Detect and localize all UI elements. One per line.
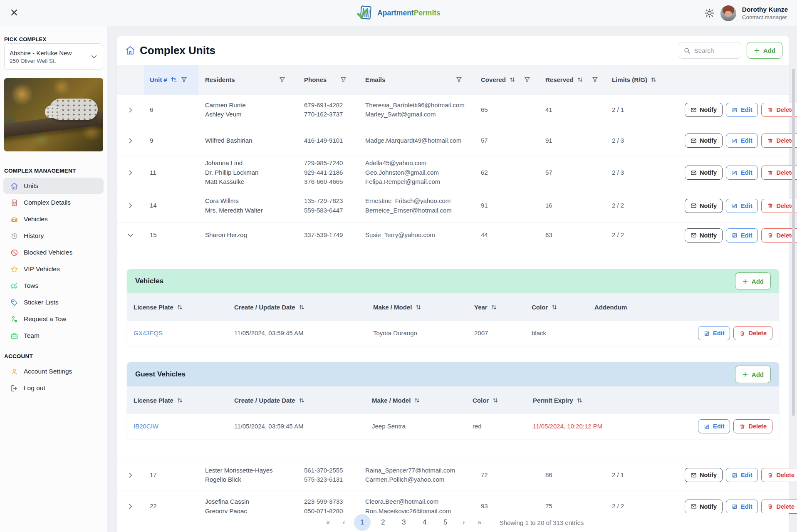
limits-cell: 2 / 3 bbox=[605, 168, 678, 178]
edit-button[interactable]: Edit bbox=[726, 500, 758, 514]
resident-name: Johanna Lind bbox=[205, 158, 297, 168]
row-expander bbox=[117, 169, 144, 176]
search-input[interactable] bbox=[694, 47, 737, 54]
edit-button[interactable]: Edit bbox=[726, 103, 758, 117]
sidebar-item-history[interactable]: History bbox=[3, 228, 104, 244]
edit-button[interactable]: Edit bbox=[698, 419, 730, 433]
edit-button[interactable]: Edit bbox=[726, 166, 758, 180]
notify-button[interactable]: Notify bbox=[685, 134, 723, 148]
add-guest-vehicle-button[interactable]: Add bbox=[735, 366, 771, 383]
resident-name: Ashley Veum bbox=[205, 110, 297, 119]
sort-icon[interactable] bbox=[650, 76, 657, 83]
edit-button-label: Edit bbox=[741, 472, 752, 478]
sidebar-item-team[interactable]: Team bbox=[3, 327, 104, 344]
sort-ascending-icon[interactable] bbox=[170, 76, 178, 84]
edit-button-label: Edit bbox=[713, 330, 724, 337]
covered-cell: 65 bbox=[474, 105, 539, 115]
complex-photo bbox=[4, 78, 103, 151]
close-button[interactable] bbox=[8, 7, 20, 19]
expand-row-icon[interactable] bbox=[127, 137, 134, 144]
filter-icon[interactable] bbox=[455, 76, 463, 83]
search-box[interactable] bbox=[679, 42, 741, 59]
photo-snow-leopard-head bbox=[45, 105, 59, 118]
resident-name: Josefina Cassin bbox=[205, 497, 297, 507]
next-page-button[interactable]: › bbox=[458, 514, 470, 531]
filter-icon[interactable] bbox=[340, 76, 347, 83]
sidebar-item-units[interactable]: Units bbox=[3, 178, 104, 194]
sidebar-item-blocked-vehicles[interactable]: Blocked Vehicles bbox=[3, 244, 104, 261]
filter-icon[interactable] bbox=[181, 76, 188, 83]
scrollbar[interactable] bbox=[792, 69, 795, 416]
notify-button[interactable]: Notify bbox=[685, 500, 723, 514]
page-button-3[interactable]: 3 bbox=[396, 514, 412, 531]
edit-button[interactable]: Edit bbox=[726, 228, 758, 242]
notify-button[interactable]: Notify bbox=[685, 103, 723, 117]
sidebar-item-label: Team bbox=[24, 332, 40, 339]
page-button-5[interactable]: 5 bbox=[437, 514, 454, 531]
expand-row-icon[interactable] bbox=[127, 169, 134, 176]
avatar[interactable] bbox=[720, 5, 736, 21]
license-plate-cell[interactable]: IB20CIW bbox=[127, 422, 228, 431]
edit-button[interactable]: Edit bbox=[698, 326, 730, 340]
prev-page-button[interactable]: ‹ bbox=[338, 514, 350, 531]
notify-button[interactable]: Notify bbox=[685, 468, 723, 482]
delete-button[interactable]: Delete bbox=[761, 500, 797, 514]
residents-cell: Johanna LindDr. Phillip LockmanMatt Kass… bbox=[198, 158, 297, 187]
sidebar-item-request-a-tow[interactable]: Request a Tow bbox=[3, 311, 104, 327]
last-page-button[interactable]: » bbox=[474, 514, 485, 531]
unit-number: 22 bbox=[144, 502, 198, 511]
sidebar-item-tows[interactable]: Tows bbox=[3, 277, 104, 294]
column-unit[interactable]: Unit # bbox=[144, 65, 198, 94]
sidebar-item-vip-vehicles[interactable]: VIP Vehicles bbox=[3, 261, 104, 277]
home-icon bbox=[125, 45, 135, 55]
edit-button[interactable]: Edit bbox=[726, 134, 758, 148]
page-button-1[interactable]: 1 bbox=[354, 514, 371, 531]
license-plate-cell[interactable]: GX43EQS bbox=[127, 329, 228, 338]
row-expander bbox=[117, 232, 144, 239]
edit-button[interactable]: Edit bbox=[726, 199, 758, 213]
row-actions: NotifyEditDelete bbox=[678, 103, 797, 117]
sidebar-item-complex-details[interactable]: Complex Details bbox=[3, 194, 104, 211]
theme-toggle-button[interactable] bbox=[704, 8, 715, 18]
sidebar-item-vehicles[interactable]: Vehicles bbox=[3, 211, 104, 228]
row-actions: NotifyEditDelete bbox=[678, 228, 797, 242]
sidebar-item-sticker-lists[interactable]: Sticker Lists bbox=[3, 294, 104, 311]
filter-icon[interactable] bbox=[592, 76, 599, 83]
page-button-4[interactable]: 4 bbox=[416, 514, 433, 531]
first-page-button[interactable]: « bbox=[322, 514, 334, 531]
sidebar-item-log-out[interactable]: Log out bbox=[3, 380, 104, 396]
page-button-2[interactable]: 2 bbox=[375, 514, 391, 531]
envelope-icon bbox=[691, 203, 697, 209]
envelope-icon bbox=[691, 232, 697, 238]
expand-row-icon[interactable] bbox=[127, 106, 134, 114]
expand-row-icon[interactable] bbox=[127, 472, 134, 479]
delete-button[interactable]: Delete bbox=[761, 468, 797, 482]
column-residents: Residents bbox=[198, 65, 297, 94]
notify-button[interactable]: Notify bbox=[685, 166, 723, 180]
filter-icon[interactable] bbox=[279, 76, 286, 83]
vehicles-row: GX43EQS11/05/2024, 03:59:45 AMToyota Dur… bbox=[127, 321, 779, 346]
filter-icon[interactable] bbox=[524, 76, 531, 83]
expand-row-icon[interactable] bbox=[127, 202, 134, 209]
chevron-down-icon bbox=[90, 53, 98, 60]
complex-selector[interactable]: Abshire - Kerluke New 250 Oliver Well St… bbox=[4, 43, 103, 70]
collapse-row-icon[interactable] bbox=[127, 232, 134, 239]
notify-button[interactable]: Notify bbox=[685, 228, 723, 242]
sort-icon[interactable] bbox=[577, 76, 584, 83]
add-unit-button[interactable]: Add bbox=[747, 42, 782, 59]
expand-row-icon[interactable] bbox=[127, 503, 134, 510]
edit-button-label: Edit bbox=[741, 106, 752, 113]
sort-icon bbox=[576, 397, 583, 404]
phones-cell: 135-729-7823559-583-6447 bbox=[297, 196, 359, 215]
unit-row-11: 11Johanna LindDr. Phillip LockmanMatt Ka… bbox=[117, 156, 789, 189]
add-vehicle-button[interactable]: Add bbox=[735, 272, 771, 290]
notify-button[interactable]: Notify bbox=[685, 199, 723, 213]
sort-icon[interactable] bbox=[509, 76, 516, 83]
sidebar-item-account-settings[interactable]: Account Settings bbox=[3, 363, 104, 380]
column-residents-label: Residents bbox=[205, 76, 235, 83]
sort-icon bbox=[413, 397, 421, 404]
delete-button-label: Delete bbox=[776, 472, 795, 478]
delete-button[interactable]: Delete bbox=[733, 419, 772, 433]
edit-button[interactable]: Edit bbox=[726, 468, 758, 482]
delete-button[interactable]: Delete bbox=[733, 326, 772, 340]
